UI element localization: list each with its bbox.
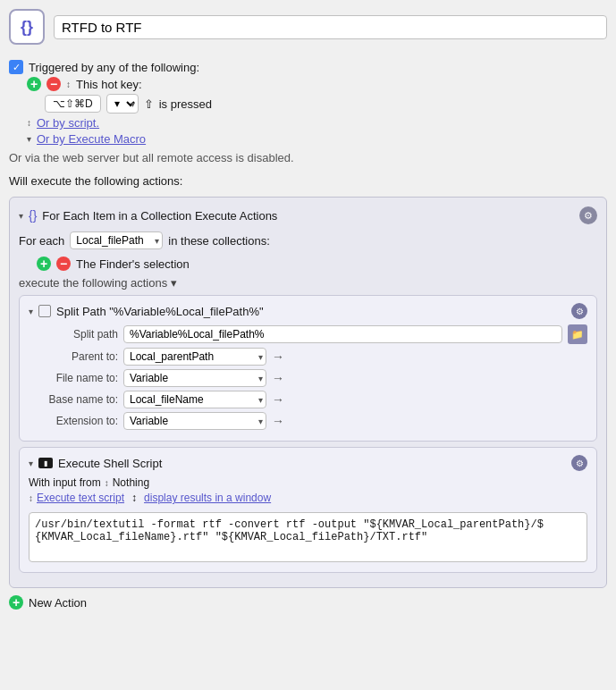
file-name-label: File name to: — [29, 372, 118, 384]
parent-to-select-wrapper[interactable]: Local_parentPath — [123, 348, 266, 366]
file-name-arrow: → — [272, 371, 284, 385]
hotkey-display: ⌥⇧⌘D — [45, 95, 101, 113]
input-collapse-icon[interactable]: ↕ — [105, 478, 109, 488]
shift-icon: ⇧ — [144, 97, 154, 111]
split-path-header: ▾ Split Path "%Variable%Local_filePath%"… — [29, 303, 587, 319]
split-path-title-row: ▾ Split Path "%Variable%Local_filePath%" — [29, 305, 264, 318]
base-name-select[interactable]: Local_fileName — [123, 391, 266, 408]
split-path-collapse-icon[interactable]: ▾ — [29, 307, 33, 316]
parent-to-label: Parent to: — [29, 350, 118, 363]
trigger-section: ✓ Triggered by any of the following: + −… — [9, 54, 607, 197]
base-name-label: Base name to: — [29, 393, 118, 406]
extension-label: Extension to: — [29, 415, 118, 427]
variable-select[interactable]: Local_filePath — [70, 231, 163, 249]
for-each-collapse-icon[interactable]: ▾ — [19, 211, 23, 221]
display-results-label[interactable]: display results in a window — [144, 492, 271, 504]
shell-script-title-row: ▾ ▮ Execute Shell Script — [29, 457, 162, 470]
execute-label-text: execute the following actions — [19, 276, 167, 290]
split-path-input[interactable] — [123, 325, 562, 343]
extension-select[interactable]: Variable — [123, 412, 266, 430]
hotkey-dropdown[interactable]: ▾ — [106, 94, 139, 114]
base-name-select-wrapper[interactable]: Local_fileName — [123, 391, 266, 408]
or-by-execute-row: ▾ Or by Execute Macro — [9, 132, 607, 146]
split-path-field-row: Split path 📁 — [29, 324, 587, 344]
file-name-select-wrapper[interactable]: Variable — [123, 369, 266, 387]
with-input-label: With input from — [29, 476, 101, 489]
hotkey-section-label: This hot key: — [76, 78, 142, 91]
extension-select-wrapper[interactable]: Variable — [123, 412, 266, 430]
folder-btn[interactable]: 📁 — [568, 324, 587, 344]
hotkey-collapse-icon[interactable]: ↕ — [66, 80, 71, 89]
split-path-icon — [38, 305, 51, 317]
shell-script-title: Execute Shell Script — [58, 457, 162, 470]
parent-to-row: Parent to: Local_parentPath → — [29, 348, 587, 366]
hotkey-value-row: ⌥⇧⌘D ▾ ⇧ is pressed — [9, 94, 607, 114]
loop-icon: {} — [29, 208, 37, 223]
or-by-script-label[interactable]: Or by script. — [37, 116, 99, 130]
hotkey-dropdown-wrapper[interactable]: ▾ — [106, 94, 139, 114]
triggered-label: Triggered by any of the following: — [29, 61, 199, 74]
variable-select-wrapper[interactable]: Local_filePath — [70, 231, 163, 249]
parent-to-select[interactable]: Local_parentPath — [123, 348, 266, 366]
new-action-label: New Action — [29, 596, 87, 610]
web-server-label: Or via the web server but all remote acc… — [9, 151, 294, 164]
in-these-collections-label: in these collections: — [168, 234, 269, 248]
app-icon: {} — [9, 9, 45, 45]
will-execute-label: Will execute the following actions: — [9, 174, 607, 188]
for-each-label: For each — [19, 234, 64, 248]
for-each-gear-btn[interactable]: ⚙ — [579, 206, 597, 224]
extension-row: Extension to: Variable → — [29, 412, 587, 430]
extension-arrow: → — [272, 414, 284, 428]
macro-title-input[interactable] — [54, 15, 607, 39]
separator: ↕ — [131, 492, 137, 504]
for-each-title-row: ▾ {} For Each Item in a Collection Execu… — [19, 208, 277, 223]
script-textarea[interactable]: /usr/bin/textutil -format rtf -convert r… — [29, 512, 587, 562]
for-each-variable-row: For each Local_filePath in these collect… — [19, 231, 597, 249]
text-script-collapse-icon[interactable]: ↕ — [29, 493, 33, 503]
shell-gear-btn[interactable]: ⚙ — [571, 455, 587, 471]
remove-hotkey-btn[interactable]: − — [46, 77, 61, 91]
with-input-row: With input from ↕ Nothing — [29, 476, 587, 489]
title-bar: {} — [9, 9, 607, 45]
execute-actions-label: execute the following actions ▾ — [19, 276, 597, 290]
shell-collapse-icon[interactable]: ▾ — [29, 459, 33, 468]
base-name-row: Base name to: Local_fileName → — [29, 391, 587, 408]
split-path-label: Split path — [29, 328, 118, 341]
split-path-gear-btn[interactable]: ⚙ — [571, 303, 587, 319]
new-action-row: + New Action — [9, 595, 607, 610]
execute-text-row: ↕ Execute text script ↕ display results … — [29, 492, 587, 504]
script-collapse-icon[interactable]: ↕ — [27, 118, 31, 128]
shell-script-header: ▾ ▮ Execute Shell Script ⚙ — [29, 455, 587, 471]
split-path-action: ▾ Split Path "%Variable%Local_filePath%"… — [19, 295, 597, 442]
triggered-by-row: ✓ Triggered by any of the following: — [9, 60, 607, 74]
shell-script-action: ▾ ▮ Execute Shell Script ⚙ With input fr… — [19, 447, 597, 573]
base-name-arrow: → — [272, 392, 284, 407]
web-server-row: Or via the web server but all remote acc… — [9, 148, 607, 167]
or-by-script-row: ↕ Or by script. — [9, 116, 607, 130]
remove-collection-btn[interactable]: − — [56, 257, 71, 271]
or-by-execute-label[interactable]: Or by Execute Macro — [37, 132, 146, 146]
execute-text-label[interactable]: Execute text script — [37, 492, 124, 504]
split-path-title: Split Path "%Variable%Local_filePath%" — [56, 305, 264, 318]
finder-selection-row: + − The Finder's selection — [19, 257, 597, 271]
hotkey-value: ⌥⇧⌘D — [53, 97, 93, 110]
execute-arrow-icon: ▾ — [171, 276, 177, 290]
nothing-label: Nothing — [113, 476, 149, 489]
is-pressed-label: is pressed — [159, 97, 212, 111]
execute-collapse-icon[interactable]: ▾ — [27, 134, 31, 144]
file-name-row: File name to: Variable → — [29, 369, 587, 387]
add-collection-btn[interactable]: + — [37, 257, 51, 271]
triggered-checkbox[interactable]: ✓ — [9, 60, 23, 74]
app-icon-symbol: {} — [21, 18, 33, 37]
file-name-select[interactable]: Variable — [123, 369, 266, 387]
parent-to-arrow: → — [272, 349, 284, 364]
add-hotkey-btn[interactable]: + — [27, 77, 41, 91]
for-each-container: ▾ {} For Each Item in a Collection Execu… — [9, 197, 607, 588]
terminal-icon: ▮ — [38, 458, 53, 468]
new-action-btn[interactable]: + — [9, 595, 23, 610]
for-each-title: For Each Item in a Collection Execute Ac… — [42, 209, 277, 223]
finder-selection-label: The Finder's selection — [76, 257, 190, 271]
hotkey-row: + − ↕ This hot key: — [9, 77, 607, 91]
for-each-header: ▾ {} For Each Item in a Collection Execu… — [19, 206, 597, 224]
